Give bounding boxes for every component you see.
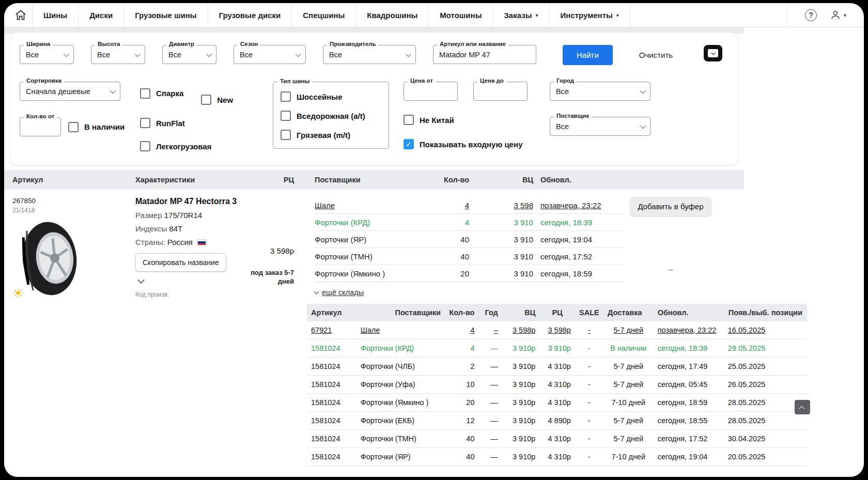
warehouse-row[interactable]: 1581024 Форточки (Уфа) 10 — 3 910р 4 310… bbox=[307, 376, 807, 394]
wh-article[interactable]: 1581024 bbox=[307, 430, 357, 448]
wh-article[interactable]: 1581024 bbox=[307, 412, 357, 430]
supplier-name[interactable]: Форточки (Ямкино ) bbox=[315, 269, 433, 278]
wh-supplier[interactable]: Шале bbox=[357, 321, 445, 339]
supplier-updated[interactable]: сегодня, 17:52 bbox=[540, 252, 624, 261]
supplier-name[interactable]: Шале bbox=[315, 201, 433, 210]
supplier-select[interactable]: Все bbox=[550, 117, 650, 136]
warehouse-row[interactable]: 1581024 Форточки (Ямкино ) 20 — 3 910р 4… bbox=[307, 394, 807, 412]
nav-tab[interactable]: Квадрошины bbox=[355, 3, 428, 27]
warehouse-row[interactable]: 67921 Шале 4 – 3 598р 3 598р - 5-7 дней … bbox=[307, 321, 807, 339]
height-select[interactable]: Все bbox=[91, 45, 145, 64]
show-input-price-checkbox[interactable]: ✓ Показывать входную цену bbox=[404, 139, 535, 149]
sort-select[interactable]: Сначала дешевые bbox=[20, 82, 120, 101]
tire-type-checkbox[interactable]: Вседорожная (a/t) bbox=[281, 111, 381, 121]
warehouse-row[interactable]: 1581024 Форточки (ЕКБ) 12 — 3 910р 4 890… bbox=[307, 412, 807, 430]
supplier-name[interactable]: Форточки (ЯР) bbox=[315, 235, 433, 244]
nav-tab[interactable]: Заказы ▾ bbox=[492, 3, 549, 27]
scroll-to-top-button[interactable] bbox=[795, 400, 810, 414]
user-menu-button[interactable]: ▾ bbox=[830, 10, 846, 20]
wh-qty: 2 bbox=[445, 358, 478, 376]
wh-supplier[interactable]: Форточки (ТМН) bbox=[357, 430, 445, 448]
supplier-vc[interactable]: 3 910 bbox=[476, 235, 533, 244]
copy-name-button[interactable]: Скопировать название bbox=[135, 253, 226, 272]
diameter-select[interactable]: Все bbox=[162, 45, 216, 64]
supplier-qty[interactable]: 4 bbox=[441, 201, 469, 210]
supplier-row[interactable]: Форточки (ТМН) 40 3 910 сегодня, 17:52 bbox=[315, 248, 624, 265]
width-select[interactable]: Все bbox=[20, 45, 74, 64]
more-warehouses-link[interactable]: ещё склады bbox=[315, 288, 364, 297]
wh-supplier[interactable]: Форточки (КРД) bbox=[357, 339, 445, 358]
supplier-updated[interactable]: позавчера, 23:22 bbox=[540, 201, 624, 210]
supplier-row[interactable]: Шале 4 3 598 позавчера, 23:22 bbox=[315, 197, 624, 214]
wh-article[interactable]: 1581024 bbox=[307, 394, 357, 412]
wh-sale: - bbox=[575, 321, 603, 339]
price-to-input[interactable] bbox=[473, 82, 528, 101]
nav-tab[interactable]: Диски bbox=[78, 3, 123, 27]
nav-tab[interactable]: Грузовые шины bbox=[123, 3, 207, 27]
product-title[interactable]: Matador MP 47 Hectorra 3 bbox=[135, 197, 246, 206]
nav-tabs: Шины Диски Грузовые шины Грузовые диски bbox=[32, 3, 630, 27]
light-truck-checkbox[interactable]: Легкогрузовая bbox=[140, 141, 246, 151]
wh-article[interactable]: 67921 bbox=[307, 321, 357, 339]
manufacturer-select[interactable]: Все bbox=[323, 45, 416, 64]
wh-rc: 4 310р bbox=[539, 394, 575, 412]
warehouse-row[interactable]: 1581024 Форточки (ТМН) 40 — 3 910р 4 310… bbox=[307, 430, 807, 448]
supplier-vc[interactable]: 3 910 bbox=[476, 218, 533, 227]
help-button[interactable]: ? bbox=[805, 9, 817, 21]
tire-type-checkbox[interactable]: Шоссейные bbox=[281, 91, 381, 102]
supplier-qty[interactable]: 40 bbox=[441, 235, 469, 244]
wh-supplier[interactable]: Форточки (ЧЛБ) bbox=[357, 358, 445, 376]
season-select[interactable]: Все bbox=[234, 45, 306, 64]
supplier-updated[interactable]: сегодня, 18:59 bbox=[540, 269, 624, 278]
warehouse-row[interactable]: 1581024 Форточки (ЯР) 40 — 3 910р 4 310р… bbox=[307, 448, 807, 466]
expand-details-chevron-icon[interactable] bbox=[137, 276, 145, 284]
supplier-name[interactable]: Форточки (ТМН) bbox=[315, 252, 433, 261]
city-select[interactable]: Все bbox=[550, 82, 650, 101]
wh-supplier[interactable]: Форточки (Ямкино ) bbox=[357, 394, 445, 412]
wh-supplier[interactable]: Форточки (ЕКБ) bbox=[357, 412, 445, 430]
tire-photo[interactable] bbox=[21, 219, 82, 298]
supplier-qty[interactable]: 40 bbox=[441, 252, 469, 261]
wh-supplier[interactable]: Форточки (Уфа) bbox=[357, 376, 445, 394]
warehouse-row[interactable]: 1581024 Форточки (ЧЛБ) 2 — 3 910р 4 310р… bbox=[307, 358, 807, 376]
price-from-input[interactable] bbox=[404, 82, 458, 101]
wh-supplier[interactable]: Форточки (ЯР) bbox=[357, 448, 445, 466]
sparka-checkbox[interactable]: Спарка bbox=[140, 82, 183, 105]
tire-type-checkbox[interactable]: Грязевая (m/t) bbox=[281, 130, 381, 140]
supplier-row[interactable]: Форточки (Ямкино ) 20 3 910 сегодня, 18:… bbox=[315, 265, 624, 282]
wh-article[interactable]: 1581024 bbox=[307, 358, 357, 376]
wh-article[interactable]: 1581024 bbox=[307, 448, 357, 466]
wh-sale: - bbox=[575, 412, 603, 430]
supplier-updated[interactable]: сегодня, 18:39 bbox=[540, 218, 624, 227]
wh-article[interactable]: 1581024 bbox=[307, 339, 357, 358]
supplier-name[interactable]: Форточки (КРД) bbox=[315, 218, 433, 227]
supplier-row[interactable]: Форточки (ЯР) 40 3 910 сегодня, 19:04 bbox=[315, 231, 624, 248]
new-checkbox[interactable]: New bbox=[201, 95, 233, 105]
find-button[interactable]: Найти bbox=[563, 45, 613, 65]
supplier-updated[interactable]: сегодня, 19:04 bbox=[540, 235, 624, 244]
nav-tab[interactable]: Инструменты ▾ bbox=[549, 3, 630, 27]
clear-button[interactable]: Очистить bbox=[630, 45, 682, 65]
supplier-row[interactable]: Форточки (КРД) 4 3 910 сегодня, 18:39 bbox=[315, 214, 624, 231]
runflat-checkbox[interactable]: RunFlat bbox=[140, 118, 246, 128]
article-input[interactable] bbox=[433, 45, 536, 64]
supplier-vc[interactable]: 3 910 bbox=[476, 252, 533, 261]
nav-tab[interactable]: Спецшины bbox=[291, 3, 355, 27]
warehouse-row[interactable]: 1581024 Форточки (КРД) 4 — 3 910р 3 910р… bbox=[307, 339, 807, 358]
nav-tab-label: Диски bbox=[89, 11, 113, 20]
in-stock-checkbox[interactable]: В наличии bbox=[68, 122, 125, 132]
nav-tab[interactable]: Мотошины bbox=[428, 3, 492, 27]
not-china-checkbox[interactable]: Не Китай bbox=[404, 115, 535, 125]
supplier-qty[interactable]: 20 bbox=[441, 269, 469, 278]
nav-tab[interactable]: Грузовые диски bbox=[208, 3, 292, 27]
qty-from-input[interactable] bbox=[20, 117, 61, 136]
home-button[interactable] bbox=[9, 3, 32, 27]
supplier-qty[interactable]: 4 bbox=[441, 218, 469, 227]
collapse-panel-button[interactable] bbox=[704, 45, 722, 61]
wh-article[interactable]: 1581024 bbox=[307, 376, 357, 394]
nav-tab[interactable]: Шины bbox=[32, 3, 78, 27]
product-article[interactable]: 267850 bbox=[12, 197, 135, 205]
supplier-vc[interactable]: 3 910 bbox=[476, 269, 533, 278]
add-to-buffer-button[interactable]: Добавить в буфер bbox=[630, 197, 711, 216]
supplier-vc[interactable]: 3 598 bbox=[476, 201, 533, 210]
